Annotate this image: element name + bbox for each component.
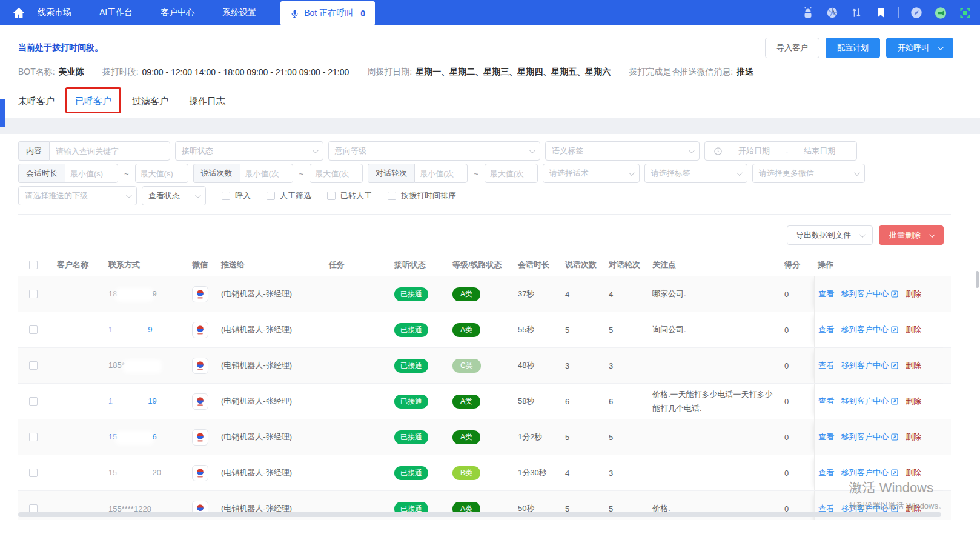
date-range-picker[interactable]: 开始日期 - 结束日期: [704, 141, 857, 161]
duration-cell: 48秒: [514, 348, 561, 383]
duration-cell: 55秒: [514, 312, 561, 347]
answer-status-select[interactable]: 接听状态: [175, 141, 323, 161]
view-link[interactable]: 查看: [818, 432, 834, 442]
talk-count-max-input[interactable]: [310, 164, 363, 183]
tab-filtered-customers[interactable]: 过滤客户: [132, 93, 168, 110]
view-link[interactable]: 查看: [818, 360, 834, 371]
push-subordinate-select[interactable]: 请选择推送的下级: [18, 186, 137, 205]
phone-number[interactable]: 119: [108, 396, 157, 406]
view-link[interactable]: 查看: [818, 289, 834, 299]
delete-link[interactable]: 删除: [906, 360, 921, 371]
start-call-button[interactable]: 开始呼叫: [886, 38, 953, 58]
home-icon[interactable]: [11, 5, 27, 21]
green-chat-icon[interactable]: [934, 6, 947, 19]
move-to-customer-center-link[interactable]: 移到客户中心: [841, 324, 898, 335]
talk-count-min-input[interactable]: [240, 164, 293, 183]
robot-icon[interactable]: [801, 6, 815, 19]
row-checkbox[interactable]: [29, 433, 38, 441]
delete-link[interactable]: 删除: [906, 396, 921, 407]
table-toolbar: 导出数据到文件 批量删除: [18, 225, 944, 245]
wechat-avatar-icon[interactable]: [192, 429, 208, 446]
more-wechat-select[interactable]: 请选择更多微信: [752, 164, 865, 183]
intent-level-select[interactable]: 意向等级: [328, 141, 540, 161]
chevron-down-icon: [629, 170, 635, 176]
view-link[interactable]: 查看: [818, 324, 834, 335]
rounds-cell: 3: [605, 455, 649, 490]
aperture-icon[interactable]: [826, 6, 839, 19]
wechat-avatar-icon[interactable]: [192, 393, 208, 410]
export-data-button[interactable]: 导出数据到文件: [787, 225, 873, 245]
checkbox-sort-label: 按拨打时间排序: [401, 190, 456, 201]
move-to-customer-center-link[interactable]: 移到客户中心: [841, 289, 898, 299]
phone-number[interactable]: 185*: [108, 361, 160, 370]
tab-called-customers[interactable]: 已呼客户: [75, 93, 111, 110]
rounds-cell: 5: [605, 312, 649, 347]
phone-number[interactable]: 156: [108, 432, 157, 441]
session-duration-max-input[interactable]: [135, 164, 188, 183]
view-status-select[interactable]: 查看状态: [142, 186, 206, 205]
row-checkbox[interactable]: [29, 504, 38, 513]
horizontal-scrollbar[interactable]: [18, 512, 941, 517]
row-checkbox[interactable]: [29, 361, 38, 370]
checkbox-manual-filter[interactable]: 人工筛选: [267, 190, 311, 201]
import-customer-button[interactable]: 导入客户: [765, 38, 819, 58]
row-checkbox[interactable]: [29, 290, 38, 298]
view-link[interactable]: 查看: [818, 396, 834, 407]
delete-link[interactable]: 删除: [906, 324, 921, 335]
checkbox-transferred-to-human[interactable]: 已转人工: [327, 190, 372, 201]
sort-arrows-icon[interactable]: [850, 6, 863, 19]
dialog-rounds-max-input[interactable]: [485, 164, 538, 183]
wechat-avatar-icon[interactable]: [192, 286, 208, 302]
pushed-to-cell: (电销机器人-张经理): [217, 455, 325, 490]
phone-number[interactable]: 1520: [108, 468, 161, 477]
move-to-customer-center-link[interactable]: 移到客户中心: [841, 396, 898, 407]
wechat-avatar-icon[interactable]: [192, 465, 208, 481]
compass-icon[interactable]: [910, 6, 923, 19]
checkbox-inbound[interactable]: 呼入: [222, 190, 251, 201]
session-duration-range: 会话时长: [18, 164, 118, 183]
move-to-customer-center-link[interactable]: 移到客户中心: [841, 467, 898, 478]
chevron-down-icon: [938, 44, 944, 50]
phone-number[interactable]: 19: [108, 325, 152, 334]
chevron-down-icon: [195, 192, 201, 198]
view-link[interactable]: 查看: [818, 467, 834, 478]
phone-cell: 185*: [105, 348, 188, 383]
header-grade-line-status: 等级/线路状态: [449, 253, 514, 276]
move-to-customer-center-link[interactable]: 移到客户中心: [841, 432, 898, 442]
move-to-customer-center-link[interactable]: 移到客户中心: [841, 360, 898, 371]
fullscreen-icon[interactable]: [958, 6, 972, 19]
nav-item-clue-market[interactable]: 线索市场: [38, 7, 71, 18]
session-duration-min-input[interactable]: [65, 164, 118, 183]
row-checkbox[interactable]: [29, 325, 38, 334]
score-cell: 0: [781, 312, 814, 347]
semantic-tag-select[interactable]: 语义标签: [545, 141, 700, 161]
external-box-icon: [891, 398, 898, 405]
delete-link[interactable]: 删除: [906, 289, 921, 299]
nav-item-system-settings[interactable]: 系统设置: [222, 7, 256, 18]
dialog-rounds-min-input[interactable]: [414, 164, 468, 183]
configure-plan-button[interactable]: 配置计划: [826, 38, 880, 58]
checkbox-sort-by-dial-time[interactable]: 按拨打时间排序: [388, 190, 456, 201]
tab-uncalled-customers[interactable]: 未呼客户: [18, 93, 55, 110]
script-select[interactable]: 请选择话术: [543, 164, 640, 183]
delete-link[interactable]: 删除: [906, 432, 921, 442]
end-date-placeholder: 结束日期: [804, 145, 835, 156]
vertical-scrollbar[interactable]: [976, 271, 979, 288]
delete-link[interactable]: 删除: [906, 467, 921, 478]
tag-select[interactable]: 请选择标签: [644, 164, 747, 183]
bot-calling-button[interactable]: Bot 正在呼叫 0: [280, 1, 375, 25]
wechat-avatar-icon[interactable]: [192, 358, 208, 374]
bookmark-icon[interactable]: [874, 6, 887, 19]
wechat-avatar-icon[interactable]: [192, 322, 208, 338]
row-checkbox[interactable]: [29, 397, 38, 406]
batch-delete-button[interactable]: 批量删除: [879, 225, 944, 245]
tab-called-customers-label: 已呼客户: [75, 96, 111, 106]
phone-number[interactable]: 189: [108, 289, 157, 298]
talk-count-label: 说话次数: [193, 164, 240, 183]
nav-item-ai-workbench[interactable]: AI工作台: [99, 7, 133, 18]
select-all-checkbox[interactable]: [29, 261, 38, 269]
row-checkbox[interactable]: [29, 469, 38, 477]
nav-item-customer-center[interactable]: 客户中心: [161, 7, 194, 18]
keyword-search-input[interactable]: [49, 141, 170, 161]
tab-operation-log[interactable]: 操作日志: [189, 93, 225, 110]
